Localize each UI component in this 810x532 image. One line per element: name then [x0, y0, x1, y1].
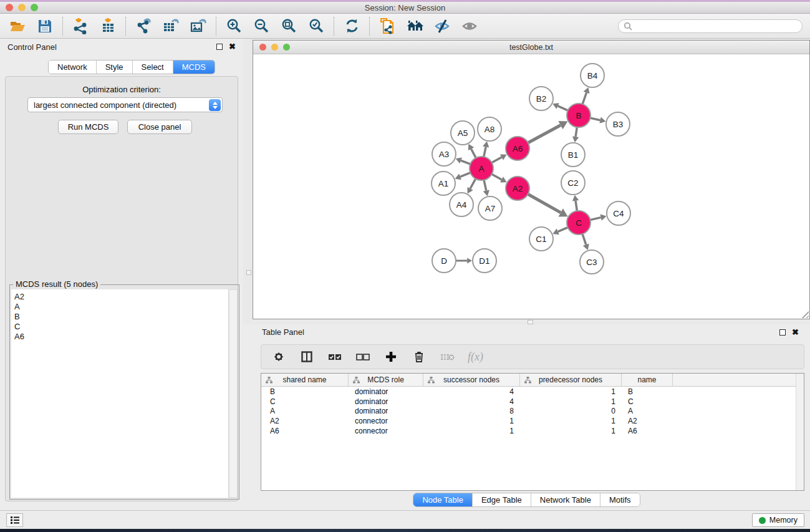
column-header-name[interactable]: name [622, 374, 673, 386]
float-panel-icon[interactable] [216, 44, 223, 50]
save-session-icon[interactable] [36, 17, 54, 35]
edge-A-A7[interactable] [484, 180, 486, 191]
table-row[interactable]: Cdominator41C [261, 397, 804, 407]
import-network-icon[interactable] [72, 17, 89, 35]
export-table-icon[interactable] [162, 17, 180, 35]
clone-network-icon[interactable] [378, 17, 396, 35]
tab-select[interactable]: Select [133, 60, 173, 74]
edge-B-B1[interactable] [576, 127, 577, 137]
mcds-result-item[interactable]: A6 [14, 332, 228, 342]
edge-C-C1[interactable] [558, 228, 568, 232]
table-settings-icon[interactable] [271, 349, 286, 364]
table-row[interactable]: Adominator80A [261, 407, 804, 417]
edge-A-A8[interactable] [484, 147, 486, 157]
edge-C-C2[interactable] [576, 201, 577, 211]
show-graphics-details-icon[interactable] [461, 17, 478, 35]
tab-style[interactable]: Style [97, 60, 133, 74]
select-all-checks-icon[interactable] [327, 349, 342, 364]
vertical-split-handle[interactable] [246, 270, 251, 275]
tab-motifs[interactable]: Motifs [600, 493, 640, 506]
edge-A6-B[interactable] [528, 125, 561, 143]
edge-A-A5[interactable] [471, 149, 476, 158]
table-row[interactable]: A6connector11A6 [261, 426, 804, 436]
table-row[interactable]: Bdominator41B [261, 387, 804, 397]
home-icon[interactable] [406, 17, 423, 35]
delete-row-icon[interactable] [412, 349, 427, 364]
open-session-icon[interactable] [9, 17, 26, 35]
edge-B-B3[interactable] [591, 118, 600, 120]
graph-node-label: A [478, 164, 484, 173]
mcds-result-list[interactable]: A2ABCA6 [11, 289, 229, 498]
zoom-out-icon[interactable] [253, 17, 270, 35]
search-field[interactable] [618, 19, 803, 33]
edge-A-A3[interactable] [461, 160, 470, 164]
tab-edge-table[interactable]: Edge Table [473, 493, 531, 506]
close-panel-button[interactable]: Close panel [127, 120, 192, 134]
search-input[interactable] [632, 21, 802, 32]
mcds-result-item[interactable]: A2 [14, 292, 228, 302]
mcds-result-item[interactable]: C [14, 322, 228, 332]
horizontal-split-handle[interactable] [528, 320, 533, 324]
application-window: Session: New Session [0, 0, 810, 532]
edge-A2-C[interactable] [528, 194, 561, 213]
mcds-list-scrollbar[interactable] [229, 289, 238, 498]
arrowhead-icon [599, 117, 605, 123]
export-image-icon[interactable] [190, 17, 207, 35]
maximize-window-button[interactable] [31, 4, 38, 11]
close-network-button[interactable] [259, 44, 266, 51]
node-table[interactable]: shared nameMCDS rolesuccessor nodesprede… [261, 373, 804, 491]
delete-table-icon[interactable] [440, 349, 455, 364]
tab-network[interactable]: Network [49, 60, 97, 74]
tab-network-table[interactable]: Network Table [531, 493, 600, 506]
table-row[interactable]: A2connector11A2 [261, 416, 804, 426]
table-scrollbar[interactable] [796, 374, 804, 490]
run-mcds-button[interactable]: Run MCDS [58, 120, 118, 134]
edge-A-A2[interactable] [492, 174, 502, 180]
close-table-panel-icon[interactable]: ✖ [792, 329, 799, 336]
optimization-criterion-select[interactable]: largest connected component (directed) [27, 97, 223, 112]
network-canvas[interactable]: AA1A2A3A4A5A6A7A8BB1B2B3B4CC1C2C3C4DD1 [253, 54, 809, 319]
tab-node-table[interactable]: Node Table [413, 493, 473, 506]
import-table-icon[interactable] [99, 17, 117, 35]
minimize-network-button[interactable] [271, 44, 278, 51]
task-history-button[interactable] [6, 513, 23, 527]
float-table-panel-icon[interactable] [779, 329, 786, 336]
edge-C-C4[interactable] [590, 218, 600, 220]
edge-B-B2[interactable] [558, 106, 568, 110]
graph-node-label: C1 [536, 235, 546, 244]
window-title: Session: New Session [0, 2, 810, 14]
zoom-selected-icon[interactable] [307, 17, 325, 35]
hide-graphics-details-icon[interactable] [433, 17, 451, 35]
clear-all-checks-icon[interactable] [355, 349, 370, 364]
maximize-network-button[interactable] [283, 44, 290, 51]
optimization-criterion-label: Optimization criterion: [6, 85, 238, 94]
refresh-layout-icon[interactable] [343, 17, 360, 35]
edge-A-A1[interactable] [460, 173, 470, 177]
edge-B-B4[interactable] [582, 93, 586, 105]
arrowhead-icon [467, 258, 472, 264]
export-network-icon[interactable] [135, 17, 152, 35]
show-columns-icon[interactable] [299, 349, 314, 364]
edge-A-A6[interactable] [492, 157, 502, 163]
add-row-icon[interactable] [383, 349, 398, 364]
graph-node-label: C2 [567, 178, 578, 188]
zoom-fit-icon[interactable] [280, 17, 297, 35]
zoom-in-icon[interactable] [225, 17, 243, 35]
edge-C-C3[interactable] [582, 234, 586, 244]
minimize-window-button[interactable] [18, 4, 26, 11]
network-window-titlebar[interactable]: testGlobe.txt [253, 41, 809, 54]
edge-A-A4[interactable] [470, 179, 476, 189]
mcds-result-item[interactable]: A [14, 302, 228, 312]
tab-mcds[interactable]: MCDS [173, 60, 215, 74]
close-panel-icon[interactable]: ✖ [229, 44, 236, 50]
mcds-result-item[interactable]: B [14, 312, 228, 322]
column-header-MCDS-role[interactable]: MCDS role [349, 374, 423, 386]
memory-button[interactable]: Memory [752, 513, 804, 527]
column-header-successor-nodes[interactable]: successor nodes [423, 374, 520, 386]
table-panel: Table Panel ✖ [243, 324, 810, 510]
column-header-shared-name[interactable]: shared name [261, 374, 349, 386]
close-window-button[interactable] [6, 4, 13, 11]
function-builder-icon[interactable]: f(x) [468, 351, 483, 364]
graph-node-label: A1 [438, 179, 449, 188]
column-header-predecessor-nodes[interactable]: predecessor nodes [520, 374, 622, 386]
